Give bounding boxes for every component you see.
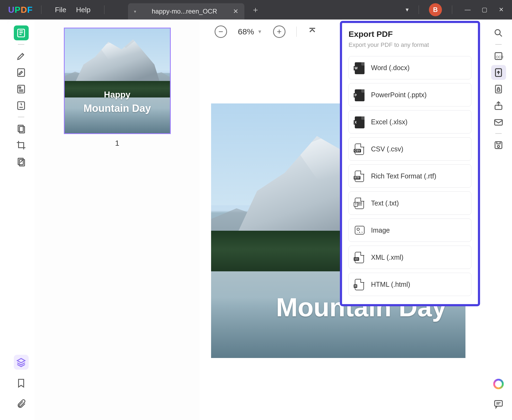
export-option-xml[interactable]: </> XML (.xml) bbox=[349, 246, 471, 269]
svg-point-9 bbox=[495, 30, 500, 35]
new-tab-button[interactable]: ＋ bbox=[244, 4, 267, 15]
tool-attachment[interactable] bbox=[14, 396, 29, 411]
export-option-excel[interactable]: X Excel (.xlsx) bbox=[349, 110, 471, 134]
email-icon[interactable] bbox=[491, 115, 506, 129]
tool-edit-text[interactable] bbox=[14, 65, 29, 80]
chevron-down-icon[interactable]: ▼ bbox=[257, 29, 262, 35]
comment-icon[interactable] bbox=[491, 396, 506, 411]
export-option-label: Excel (.xlsx) bbox=[371, 118, 408, 126]
separator bbox=[495, 133, 502, 134]
tool-form[interactable] bbox=[14, 82, 29, 96]
export-option-label: PowerPoint (.pptx) bbox=[371, 91, 427, 99]
separator bbox=[452, 5, 452, 14]
export-option-powerpoint[interactable]: P PowerPoint (.pptx) bbox=[349, 83, 471, 106]
thumbnail-panel: Happy Mountain Day 1 bbox=[35, 19, 200, 420]
export-icon[interactable] bbox=[491, 65, 506, 80]
export-option-label: CSV (.csv) bbox=[371, 145, 403, 153]
zoom-in-button[interactable]: + bbox=[273, 25, 285, 38]
zoom-out-button[interactable]: − bbox=[215, 25, 227, 38]
export-option-text[interactable]: T Text (.txt) bbox=[349, 191, 471, 215]
tool-reader[interactable] bbox=[14, 25, 29, 40]
window-maximize-button[interactable]: ▢ bbox=[479, 6, 490, 13]
svg-rect-2 bbox=[18, 85, 24, 93]
tab-menu-icon[interactable]: ▾ bbox=[134, 9, 136, 14]
zoom-value-text: 68% bbox=[238, 27, 254, 36]
chevron-down-icon[interactable]: ▾ bbox=[406, 6, 409, 13]
right-toolbar: OCR bbox=[485, 19, 512, 420]
svg-rect-14 bbox=[497, 89, 500, 91]
export-option-label: Word (.docx) bbox=[371, 64, 410, 72]
separator bbox=[18, 44, 24, 45]
scroll-to-top-icon[interactable] bbox=[307, 26, 317, 37]
tool-redact[interactable] bbox=[14, 154, 29, 169]
export-option-image[interactable]: Image bbox=[349, 219, 471, 242]
separator bbox=[18, 117, 24, 117]
tool-crop[interactable] bbox=[14, 138, 29, 152]
export-option-label: XML (.xml) bbox=[371, 253, 403, 261]
export-panel-title: Export PDF bbox=[349, 30, 471, 39]
protect-icon[interactable] bbox=[491, 82, 506, 96]
thumbnail-page-number: 1 bbox=[115, 139, 119, 148]
export-option-html[interactable]: H HTML (.html) bbox=[349, 273, 471, 296]
menu-file[interactable]: File bbox=[50, 6, 71, 14]
separator bbox=[104, 5, 104, 14]
tool-fill-sign[interactable] bbox=[14, 98, 29, 113]
left-toolbar bbox=[8, 19, 35, 420]
window-minimize-button[interactable]: — bbox=[462, 6, 473, 13]
export-option-label: Image bbox=[371, 226, 390, 234]
thumb-text-line1: Happy bbox=[65, 90, 170, 100]
user-avatar[interactable]: B bbox=[429, 3, 442, 16]
svg-rect-4 bbox=[18, 102, 24, 109]
zoom-value[interactable]: 68% ▼ bbox=[238, 27, 262, 36]
separator bbox=[495, 44, 502, 45]
ocr-icon[interactable]: OCR bbox=[491, 48, 506, 63]
export-option-label: Text (.txt) bbox=[371, 199, 399, 207]
ai-assistant-icon[interactable] bbox=[493, 378, 504, 390]
tool-highlight[interactable] bbox=[14, 48, 29, 63]
page-thumbnail[interactable]: Happy Mountain Day bbox=[64, 28, 171, 134]
tool-organize[interactable] bbox=[14, 121, 29, 136]
svg-point-18 bbox=[497, 145, 500, 147]
tab-close-icon[interactable]: ✕ bbox=[233, 8, 238, 15]
export-option-word[interactable]: W Word (.docx) bbox=[349, 56, 471, 79]
export-panel-subtitle: Export your PDF to any format bbox=[349, 41, 471, 48]
document-tab[interactable]: ▾ happy-mo...reen_OCR ✕ bbox=[128, 3, 244, 19]
title-bar: UPDF File Help ▾ happy-mo...reen_OCR ✕ ＋… bbox=[0, 0, 512, 19]
tool-bookmark[interactable] bbox=[14, 376, 29, 390]
svg-rect-19 bbox=[495, 401, 503, 406]
separator bbox=[296, 27, 297, 37]
document-area: − 68% ▼ + YIVN Happy Mountain Day bbox=[200, 19, 512, 420]
export-option-rtf[interactable]: RTF Rich Text Format (.rtf) bbox=[349, 164, 471, 188]
svg-text:OCR: OCR bbox=[496, 55, 504, 59]
separator bbox=[419, 5, 419, 14]
svg-rect-16 bbox=[495, 119, 503, 125]
save-icon[interactable] bbox=[491, 138, 506, 152]
export-pdf-panel: Export PDF Export your PDF to any format… bbox=[340, 21, 480, 306]
svg-rect-1 bbox=[18, 69, 24, 76]
separator bbox=[41, 5, 41, 14]
tool-layers[interactable] bbox=[14, 355, 29, 370]
share-icon[interactable] bbox=[491, 98, 506, 113]
window-close-button[interactable]: ✕ bbox=[496, 6, 507, 13]
tab-title: happy-mo...reen_OCR bbox=[142, 8, 228, 15]
menu-help[interactable]: Help bbox=[71, 6, 95, 14]
export-option-csv[interactable]: CSV CSV (.csv) bbox=[349, 137, 471, 161]
search-icon[interactable] bbox=[491, 25, 506, 40]
thumb-text-line2: Mountain Day bbox=[65, 103, 170, 114]
export-option-label: HTML (.html) bbox=[371, 281, 410, 288]
export-option-label: Rich Text Format (.rtf) bbox=[371, 172, 436, 180]
app-logo: UPDF bbox=[8, 5, 32, 15]
svg-rect-3 bbox=[19, 87, 21, 88]
